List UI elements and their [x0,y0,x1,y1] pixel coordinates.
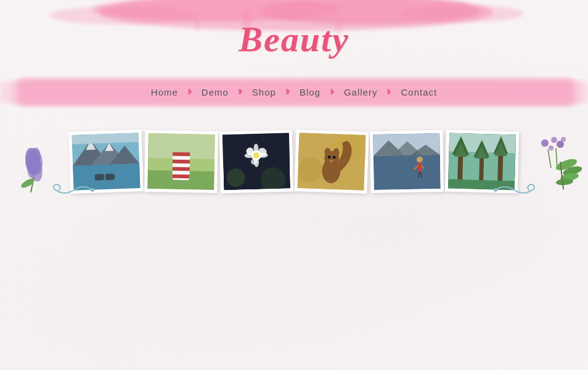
nav-separator-1: ❥ [187,88,193,97]
gallery-photo-2[interactable] [144,130,218,193]
scroll-decoration-right [489,181,539,202]
gallery-image-lake-person [373,133,441,190]
nav-item-home[interactable]: Home [142,87,187,97]
svg-point-20 [549,146,553,150]
nav-item-contact[interactable]: Contact [392,87,446,97]
svg-rect-76 [418,163,422,172]
gallery-image-lantern [147,133,215,190]
svg-line-23 [556,148,557,168]
svg-point-94 [494,188,497,192]
svg-rect-43 [173,152,190,156]
svg-rect-74 [374,155,441,190]
nav-item-demo[interactable]: Demo [193,87,237,97]
nav-link-shop[interactable]: Shop [243,87,285,97]
nav-link-demo[interactable]: Demo [193,87,237,97]
nav-item-gallery[interactable]: Gallery [335,87,386,97]
gallery-photo-3[interactable] [219,130,294,193]
gallery-image-flowers [223,133,290,191]
site-title: Beauty [0,18,588,60]
gallery-photo-4[interactable] [294,130,369,194]
gallery-section [0,118,588,205]
nav-link-contact[interactable]: Contact [392,87,446,97]
svg-line-22 [548,149,551,168]
svg-rect-37 [95,174,104,181]
svg-point-18 [551,137,557,143]
svg-point-21 [561,137,566,142]
nav-link-home[interactable]: Home [142,87,187,97]
nav-link-gallery[interactable]: Gallery [335,87,386,97]
nav-separator-2: ❥ [237,88,243,97]
nav-item-blog[interactable]: Blog [291,87,329,97]
svg-rect-38 [105,174,115,181]
main-nav: Home ❥ Demo ❥ Shop ❥ Blog ❥ [142,87,446,97]
nav-separator-5: ❥ [386,88,392,97]
svg-point-93 [91,188,94,192]
nav-item-shop[interactable]: Shop [243,87,285,97]
nav-link-blog[interactable]: Blog [291,87,329,97]
nav-separator-3: ❥ [285,88,291,97]
svg-rect-45 [173,167,190,171]
gallery-strip [20,131,568,192]
svg-point-17 [541,139,549,147]
site-header: Beauty [0,0,588,66]
scroll-decoration-left [49,181,99,202]
svg-rect-44 [173,160,190,163]
navigation-banner: Home ❥ Demo ❥ Shop ❥ Blog ❥ [0,75,588,109]
gallery-image-squirrel [297,133,365,191]
svg-rect-46 [173,175,190,178]
nav-separator-4: ❥ [329,88,335,97]
gallery-photo-5[interactable] [370,130,444,193]
